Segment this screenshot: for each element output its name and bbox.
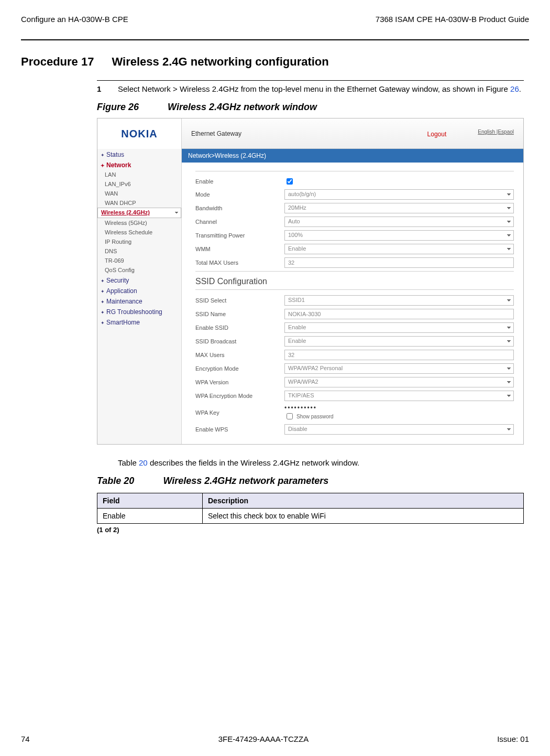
sidebar-item-label: Maintenance [106, 298, 142, 305]
label-wpa-key: WPA Key [195, 409, 284, 416]
encryption-mode-select[interactable]: WPA/WPA2 Personal [284, 363, 514, 374]
total-max-users-input[interactable] [284, 257, 514, 268]
sidebar-item-label: Application [106, 287, 137, 295]
sidebar-sub-lan[interactable]: LAN [97, 170, 181, 179]
sidebar-sub-wan-dhcp[interactable]: WAN DHCP [97, 198, 181, 208]
sidebar-sub-ip-routing[interactable]: IP Routing [97, 237, 181, 246]
ssid-name-input[interactable] [284, 309, 514, 319]
sidebar-sub-wireless-schedule[interactable]: Wireless Schedule [97, 228, 181, 237]
footer-doc-id: 3FE-47429-AAAA-TCZZA [218, 735, 309, 743]
sidebar-item-label: SmartHome [106, 319, 140, 326]
sidebar-item-smarthome[interactable]: SmartHome [97, 317, 181, 327]
sidebar-sub-wireless-5[interactable]: Wireless (5GHz) [97, 218, 181, 228]
label-channel: Channel [195, 219, 284, 225]
header-right: 7368 ISAM CPE HA-030W-B Product Guide [376, 15, 529, 24]
enable-wps-select[interactable]: Disable [284, 424, 514, 435]
screenshot-figure: NOKIA Ethernet Gateway Logout English |E… [97, 118, 524, 445]
sidebar-sub-wan[interactable]: WAN [97, 189, 181, 198]
label-enable-ssid: Enable SSID [195, 325, 284, 331]
sidebar-item-label: Network [106, 161, 131, 169]
table-label: Table 20 [97, 476, 134, 486]
figure-caption: Figure 26 Wireless 2.4GHz network window [97, 102, 524, 113]
sidebar-sub-tr069[interactable]: TR-069 [97, 256, 181, 265]
label-bandwidth: Bandwidth [195, 205, 284, 211]
show-password-label: Show password [296, 414, 334, 419]
header-left: Configure an HA-030W-B CPE [21, 15, 128, 24]
logout-link[interactable]: Logout [427, 131, 447, 138]
wmm-select[interactable]: Enable [284, 244, 514, 254]
sidebar-sub-dns[interactable]: DNS [97, 246, 181, 256]
label-mode: Mode [195, 191, 284, 198]
step-text-pre: Select Network > Wireless 2.4GHz from th… [118, 84, 510, 93]
logo-text: NOKIA [121, 128, 157, 140]
label-ssid-broadcast: SSID Broadcast [195, 338, 284, 344]
parameters-table: Field Description Enable Select this che… [97, 493, 524, 524]
label-wpa-encryption-mode: WPA Encryption Mode [195, 393, 284, 399]
max-users-input[interactable] [284, 350, 514, 360]
table-title: Wireless 2.4GHz network parameters [163, 476, 328, 486]
sidebar-item-rg-troubleshooting[interactable]: RG Troubleshooting [97, 306, 181, 317]
table-intro-pre: Table [118, 458, 139, 467]
cell-description: Select this check box to enable WiFi [203, 509, 524, 524]
wpa-version-select[interactable]: WPA/WPA2 [284, 377, 514, 387]
table-header-description: Description [203, 493, 524, 509]
ssid-broadcast-select[interactable]: Enable [284, 336, 514, 347]
label-wpa-version: WPA Version [195, 379, 284, 385]
table-intro-post: describes the fields in the Wireless 2.4… [148, 458, 359, 467]
tx-power-select[interactable]: 100% [284, 230, 514, 241]
wpa-encryption-mode-select[interactable]: TKIP/AES [284, 391, 514, 401]
sidebar-item-maintenance[interactable]: Maintenance [97, 296, 181, 306]
table-row: Enable Select this check box to enable W… [97, 509, 524, 524]
step-text: Select Network > Wireless 2.4GHz from th… [118, 84, 524, 94]
label-max-users: MAX Users [195, 352, 284, 358]
enable-checkbox[interactable] [287, 178, 293, 185]
label-wmm: WMM [195, 246, 284, 252]
figure-label: Figure 26 [97, 102, 139, 112]
procedure-heading: Procedure 17 Wireless 2.4G networking co… [21, 55, 529, 69]
bandwidth-select[interactable]: 20MHz [284, 203, 514, 213]
label-ssid-name: SSID Name [195, 311, 284, 317]
label-total-max-users: Total MAX Users [195, 260, 284, 266]
figure-ref-link[interactable]: 26 [510, 84, 519, 93]
table-page-note: (1 of 2) [97, 526, 524, 534]
wpa-key-value: •••••••••• [284, 404, 317, 412]
sidebar-item-security[interactable]: Security [97, 275, 181, 285]
mode-select[interactable]: auto(b/g/n) [284, 189, 514, 200]
label-enable-wps: Enable WPS [195, 426, 284, 433]
ssid-select[interactable]: SSID1 [284, 295, 514, 306]
label-enable: Enable [195, 178, 284, 185]
channel-select[interactable]: Auto [284, 217, 514, 227]
enable-ssid-select[interactable]: Enable [284, 322, 514, 333]
sidebar-sub-lan-ipv6[interactable]: LAN_IPv6 [97, 179, 181, 189]
sidebar: Status Network LAN LAN_IPv6 WAN WAN DHCP… [97, 149, 182, 444]
sidebar-item-application[interactable]: Application [97, 285, 181, 296]
divider [195, 289, 514, 290]
label-ssid-select: SSID Select [195, 297, 284, 304]
divider [195, 171, 514, 171]
figure-title: Wireless 2.4GHz network window [168, 102, 317, 112]
step-1: 1 Select Network > Wireless 2.4GHz from … [97, 80, 524, 94]
header-rule [21, 39, 529, 40]
table-header-field: Field [97, 493, 203, 509]
step-text-post: . [519, 84, 521, 93]
step-number: 1 [97, 84, 118, 94]
procedure-title: Wireless 2.4G networking configuration [112, 55, 329, 68]
cell-field: Enable [97, 509, 203, 524]
sidebar-item-label: Security [106, 277, 129, 284]
footer-issue: Issue: 01 [497, 735, 529, 743]
breadcrumb: Network>Wireless (2.4GHz) [182, 149, 523, 163]
table-ref-link[interactable]: 20 [139, 458, 148, 467]
sidebar-sub-qos[interactable]: QoS Config [97, 265, 181, 275]
divider [195, 271, 514, 272]
procedure-number: Procedure 17 [21, 55, 94, 68]
sidebar-sub-wireless-24[interactable]: Wireless (2.4GHz) [97, 208, 181, 218]
show-password-checkbox[interactable] [287, 413, 293, 419]
language-selector[interactable]: English |Espaol [478, 129, 514, 138]
sidebar-item-status[interactable]: Status [97, 149, 181, 159]
footer-page-number: 74 [21, 735, 30, 743]
table-caption: Table 20 Wireless 2.4GHz network paramet… [97, 476, 524, 487]
table-intro: Table 20 describes the fields in the Wir… [118, 458, 524, 467]
label-encryption-mode: Encryption Mode [195, 365, 284, 372]
sidebar-item-network[interactable]: Network [97, 159, 181, 170]
topbar-title: Ethernet Gateway [191, 130, 241, 137]
